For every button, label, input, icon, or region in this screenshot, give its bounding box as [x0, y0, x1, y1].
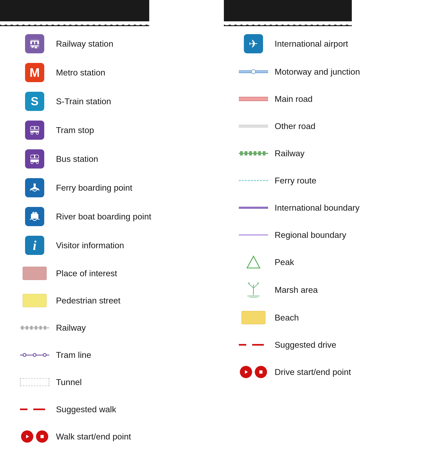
top-banners: [0, 0, 448, 21]
svg-rect-26: [34, 183, 36, 186]
svg-point-15: [37, 133, 38, 134]
main-road-icon-area: [237, 97, 269, 101]
svg-point-13: [31, 133, 33, 134]
other-road-icon-area: [237, 125, 269, 127]
place-interest-icon: [23, 267, 47, 280]
list-item: Place of interest: [16, 260, 213, 287]
svg-rect-9: [31, 127, 34, 129]
intl-airport-label: International airport: [275, 39, 348, 49]
suggested-walk-label: Suggested walk: [56, 404, 116, 414]
walk-points-icon: [21, 430, 48, 443]
railway-green-icon-area: [237, 151, 269, 156]
svg-rect-29: [33, 212, 34, 214]
drive-start-icon: [240, 366, 252, 378]
marsh-area-label: Marsh area: [275, 285, 318, 295]
beach-icon-area: [237, 311, 269, 324]
intl-boundary-label: International boundary: [275, 203, 360, 213]
svg-rect-4: [30, 44, 39, 45]
tram-line-icon-area: [19, 352, 51, 358]
marsh-icon-area: [237, 281, 269, 299]
banner-left: [0, 0, 149, 21]
intl-boundary-icon-area: [237, 207, 269, 209]
list-item: Beach: [235, 304, 432, 331]
peak-label: Peak: [275, 257, 294, 267]
metro-station-label: Metro station: [56, 67, 105, 78]
bus-station-icon: [25, 149, 44, 169]
svg-rect-10: [35, 127, 38, 129]
river-boat-icon: [25, 207, 44, 226]
svg-rect-16: [30, 131, 39, 132]
ferry-route-icon: [239, 180, 268, 181]
strain-station-icon-area: S: [19, 92, 51, 111]
svg-line-36: [253, 285, 257, 288]
suggested-drive-icon: [239, 344, 268, 346]
metro-station-icon: M: [25, 63, 44, 82]
list-item: Tram stop: [16, 116, 213, 145]
tram-line-icon: [20, 352, 49, 358]
svg-marker-33: [247, 256, 260, 268]
ferry-boarding-icon: [25, 178, 44, 197]
tunnel-label: Tunnel: [56, 377, 82, 387]
railway-grey-label: Railway: [56, 323, 86, 333]
list-item: Marsh area: [235, 276, 432, 304]
list-item: Walk start/end point: [16, 423, 213, 450]
svg-rect-21: [30, 159, 39, 162]
place-interest-label: Place of interest: [56, 268, 117, 278]
railway-station-icon: [25, 34, 44, 53]
banner-right: [224, 0, 352, 21]
ferry-boarding-icon-area: [19, 178, 51, 197]
airport-icon: ✈: [244, 34, 263, 53]
motorway-icon: [239, 69, 268, 75]
strain-station-label: S-Train station: [56, 96, 111, 106]
suggested-drive-label: Suggested drive: [275, 340, 336, 350]
list-item: M Metro station: [16, 58, 213, 87]
railway-green-icon: [239, 151, 268, 156]
railway-station-label: Railway station: [56, 39, 113, 49]
svg-point-25: [37, 162, 38, 163]
tram-stop-icon-area: [19, 121, 51, 140]
place-interest-icon-area: [19, 267, 51, 280]
tunnel-icon-area: [19, 378, 51, 386]
visitor-info-icon-area: i: [19, 236, 51, 255]
regional-boundary-icon-area: [237, 234, 269, 235]
list-item: International boundary: [235, 194, 432, 221]
list-item: ✈ International airport: [235, 29, 432, 58]
svg-rect-32: [41, 435, 44, 438]
tram-stop-icon: [25, 121, 44, 140]
svg-marker-31: [26, 435, 29, 438]
strain-station-icon: S: [25, 92, 44, 111]
list-item: Railway: [235, 140, 432, 167]
tram-stop-label: Tram stop: [56, 125, 94, 135]
svg-point-23: [31, 162, 33, 163]
pedestrian-street-icon-area: [19, 294, 51, 307]
motorway-icon-area: [237, 69, 269, 75]
visitor-info-label: Visitor information: [56, 240, 124, 250]
walk-points-icon-area: [19, 430, 51, 443]
drive-end-icon: [255, 366, 267, 378]
beach-label: Beach: [275, 313, 299, 323]
railway-grey-icon-area: [19, 325, 51, 330]
pedestrian-street-label: Pedestrian street: [56, 295, 120, 306]
list-item: Main road: [235, 85, 432, 113]
list-item: Railway: [16, 314, 213, 341]
svg-rect-1: [30, 41, 39, 46]
svg-rect-28: [32, 212, 37, 214]
list-item: Tunnel: [16, 369, 213, 396]
list-item: i Visitor information: [16, 231, 213, 260]
svg-rect-18: [31, 155, 34, 158]
main-road-label: Main road: [275, 94, 313, 104]
ferry-boarding-label: Ferry boarding point: [56, 183, 132, 193]
svg-rect-44: [259, 370, 263, 374]
list-item: Motorway and junction: [235, 58, 432, 85]
railway-station-icon-area: [19, 34, 51, 53]
peak-icon-area: [237, 254, 269, 270]
drive-start-end-label: Drive start/end point: [275, 367, 351, 377]
intl-airport-icon-area: ✈: [237, 34, 269, 53]
marsh-icon: [244, 281, 263, 299]
svg-rect-19: [35, 155, 38, 158]
list-item: Drive start/end point: [235, 358, 432, 386]
ferry-route-icon-area: [237, 180, 269, 181]
walk-start-icon: [21, 430, 33, 443]
suggested-drive-icon-area: [237, 344, 269, 346]
svg-rect-20: [30, 158, 39, 159]
